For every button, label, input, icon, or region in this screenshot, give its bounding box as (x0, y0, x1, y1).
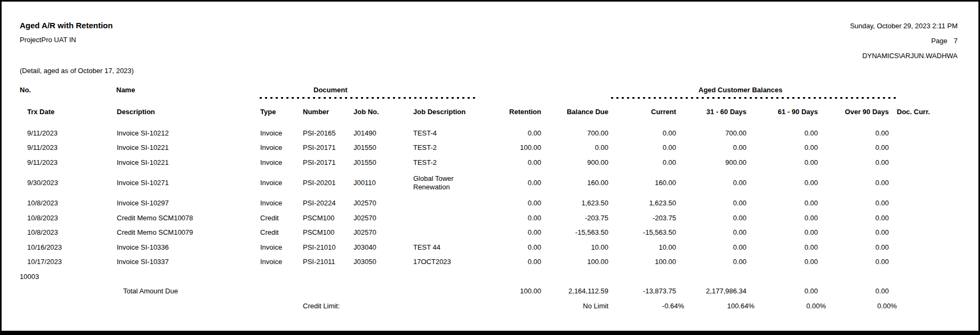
cell-trx-date: 10/8/2023 (20, 228, 117, 237)
cell-current: 100.00 (608, 258, 676, 266)
cell-doc-type: Invoice (260, 143, 303, 152)
column-header-balance-due: Balance Due (541, 108, 608, 116)
cell-61-90-days: 0.00 (746, 158, 818, 167)
credit-limit-label: Credit Limit: (303, 302, 354, 310)
cell-doc-type: Invoice (260, 243, 303, 252)
cell-over-90-days: 0.00 (818, 243, 889, 252)
cell-current: 1,623.50 (608, 199, 676, 208)
page-indicator: Page 7 (931, 37, 958, 45)
cell-retention: 0.00 (484, 129, 541, 138)
cell-retention: 0.00 (484, 214, 541, 222)
column-header-description: Description (117, 108, 260, 116)
cell-job-description: Global Tower Renewation (404, 174, 484, 192)
cell-31-60-days: 0.00 (676, 179, 746, 187)
table-row: 9/11/2023 Invoice SI-10221 Invoice PSI-2… (20, 141, 958, 156)
cell-31-60-days: 0.00 (676, 214, 746, 222)
cell-retention: 0.00 (484, 228, 541, 237)
total-current: -13,873.75 (608, 287, 676, 296)
cell-retention: 0.00 (484, 258, 541, 266)
table-body: 9/11/2023 Invoice SI-10212 Invoice PSI-2… (20, 126, 958, 314)
cell-current: 0.00 (608, 129, 676, 138)
cell-description: Invoice SI-10271 (117, 179, 260, 187)
cell-description: Invoice SI-10337 (117, 258, 260, 266)
total-over-90-days: 0.00 (818, 287, 889, 296)
cell-balance-due: 100.00 (541, 258, 608, 266)
cell-balance-due: 160.00 (541, 179, 608, 187)
cell-61-90-days: 0.00 (746, 179, 818, 187)
cell-current: -203.75 (608, 214, 676, 222)
cell-over-90-days: 0.00 (818, 158, 889, 167)
cell-31-60-days: 0.00 (676, 199, 746, 208)
cell-31-60-days: 900.00 (676, 158, 746, 167)
cell-doc-type: Invoice (260, 199, 303, 208)
table-row: 9/11/2023 Invoice SI-10221 Invoice PSI-2… (20, 155, 958, 170)
cell-job-no: J02570 (354, 228, 404, 237)
table-row: 10/8/2023 Credit Memo SCM10079 Credit PS… (20, 226, 958, 241)
cell-31-60-days: 0.00 (676, 258, 746, 266)
cell-retention: 0.00 (484, 199, 541, 208)
column-header-row: Trx Date Description Type Number Job No.… (20, 108, 958, 116)
column-header-job-description: Job Description (404, 108, 484, 116)
cell-31-60-days: 0.00 (676, 243, 746, 252)
cell-retention: 0.00 (484, 179, 541, 187)
detail-aging-line: (Detail, aged as of October 17, 2023) (20, 67, 134, 75)
cell-current: 160.00 (608, 179, 676, 187)
cell-over-90-days: 0.00 (818, 228, 889, 237)
cell-doc-number: PSI-21010 (303, 243, 354, 252)
cell-description: Invoice SI-10221 (117, 143, 260, 152)
cell-doc-number: PSI-20165 (303, 129, 354, 138)
cell-over-90-days: 0.00 (818, 258, 889, 266)
column-header-type: Type (260, 108, 303, 116)
cell-trx-date: 10/17/2023 (20, 258, 117, 266)
cell-job-no: J00110 (354, 179, 404, 187)
total-31-60-days: 2,177,986.34 (676, 287, 746, 296)
credit-limit-31-60-days: 100.64% (684, 302, 754, 310)
cell-61-90-days: 0.00 (746, 228, 818, 237)
cell-trx-date: 10/8/2023 (20, 214, 117, 222)
cell-description: Credit Memo SCM10078 (117, 214, 260, 222)
cell-31-60-days: 0.00 (676, 143, 746, 152)
table-row: 10/17/2023 Invoice SI-10337 Invoice PSI-… (20, 255, 958, 270)
cell-balance-due: 0.00 (541, 143, 608, 152)
credit-limit-balance-due: No Limit (541, 302, 608, 310)
cell-over-90-days: 0.00 (818, 179, 889, 187)
cell-current: -15,563.50 (608, 228, 676, 237)
column-header-over-90-days: Over 90 Days (818, 108, 889, 116)
cell-61-90-days: 0.00 (746, 243, 818, 252)
cell-balance-due: 10.00 (541, 243, 608, 252)
cell-trx-date: 9/30/2023 (20, 179, 117, 187)
table-row: 9/11/2023 Invoice SI-10212 Invoice PSI-2… (20, 126, 958, 141)
cell-current: 0.00 (608, 143, 676, 152)
cell-61-90-days: 0.00 (746, 199, 818, 208)
cell-trx-date: 9/11/2023 (20, 129, 117, 138)
total-amount-due-label: Total Amount Due (117, 287, 260, 296)
cell-current: 10.00 (608, 243, 676, 252)
cell-job-no: J03040 (354, 243, 404, 252)
table-row: 10/8/2023 Invoice SI-10297 Invoice PSI-2… (20, 196, 958, 211)
credit-limit-row: Credit Limit: No Limit -0.64% 100.64% 0.… (20, 299, 958, 314)
cell-job-description: TEST-2 (404, 158, 484, 167)
cell-description: Invoice SI-10212 (117, 129, 260, 138)
cell-description: Invoice SI-10221 (117, 158, 260, 167)
cell-doc-number: PSI-20201 (303, 179, 354, 187)
table-row: 9/30/2023 Invoice SI-10271 Invoice PSI-2… (20, 170, 958, 196)
cell-job-no: J01550 (354, 158, 404, 167)
customer-number: 10003 (20, 273, 260, 281)
group-header-name: Name (116, 86, 135, 94)
credit-limit-current: -0.64% (616, 302, 684, 310)
cell-trx-date: 10/16/2023 (20, 243, 117, 252)
cell-doc-number: PSI-21011 (303, 258, 354, 266)
column-header-job-no: Job No. (354, 108, 404, 116)
table-row: 10/8/2023 Credit Memo SCM10078 Credit PS… (20, 211, 958, 226)
table-row: 10/16/2023 Invoice SI-10336 Invoice PSI-… (20, 240, 958, 255)
cell-doc-type: Credit (260, 214, 303, 222)
report-user: DYNAMICS\ARJUN.WADHWA (862, 52, 958, 60)
cell-doc-number: PSCM100 (303, 214, 354, 222)
detail-rows: 9/11/2023 Invoice SI-10212 Invoice PSI-2… (20, 126, 958, 269)
cell-doc-number: PSI-20224 (303, 199, 354, 208)
group-header-document: Document (314, 86, 348, 94)
group-header-no: No. (20, 86, 31, 94)
cell-retention: 0.00 (484, 243, 541, 252)
page-number: 7 (954, 37, 958, 45)
page-label: Page (931, 37, 947, 45)
